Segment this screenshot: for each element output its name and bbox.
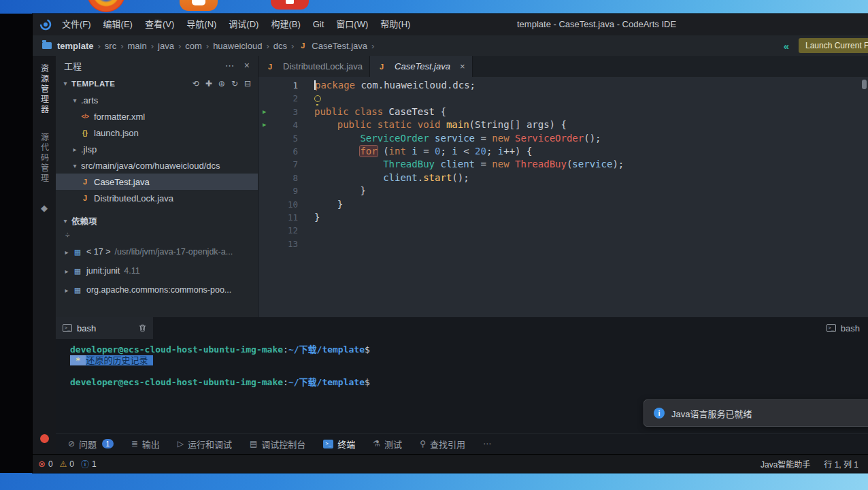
record-icon[interactable] xyxy=(40,434,49,443)
terminal-list-item-bash[interactable]: bash xyxy=(827,317,868,339)
menu-item[interactable]: 导航(N) xyxy=(180,14,222,35)
panel-tab-more[interactable]: ⋯ xyxy=(483,439,491,448)
tree-item[interactable]: JDistributedLock.java xyxy=(56,190,258,206)
error-count-value: 0 xyxy=(48,459,53,469)
java-assistant-status[interactable]: Java智能助手 xyxy=(761,458,810,470)
gutter: 1 xyxy=(258,79,298,92)
tree-root[interactable]: ▾TEMPLATE⟲✚⊕↻⊟ xyxy=(56,75,258,92)
panel-tab-problems[interactable]: ⊘问题1 xyxy=(68,438,114,451)
dock-icon-browser[interactable] xyxy=(87,0,125,12)
panel-tab-debug-console[interactable]: ▤调试控制台 xyxy=(250,438,305,451)
menu-item[interactable]: 调试(D) xyxy=(222,14,265,35)
code-line[interactable]: 10 } xyxy=(258,198,868,211)
breadcrumb-item-file[interactable]: CaseTest.java xyxy=(312,41,367,51)
terminal-line: developer@ecs-cloud-host-ubuntu-img-make… xyxy=(70,377,868,388)
code-token: (); xyxy=(584,133,601,144)
terminal-tab-bash[interactable]: bash xyxy=(56,317,153,339)
error-count[interactable]: 0 xyxy=(38,459,53,469)
panel-tab-label: 查找引用 xyxy=(430,438,465,451)
terminal-output[interactable]: developer@ecs-cloud-host-ubuntu-img-make… xyxy=(56,339,868,388)
code-line[interactable]: 1package com.huaweicloud.dcs; xyxy=(258,79,868,92)
breadcrumb-item[interactable]: src xyxy=(105,41,116,51)
info-count[interactable]: 1 xyxy=(81,458,97,470)
code-line[interactable]: ▶3public class CaseTest { xyxy=(258,105,868,118)
new-file-icon[interactable]: ✚ xyxy=(205,79,212,88)
panel-tab-terminal[interactable]: 终端 xyxy=(323,438,355,451)
line-number: 13 xyxy=(269,238,298,250)
breadcrumb-item[interactable]: main xyxy=(128,41,147,51)
tree-item[interactable]: </>formatter.xml xyxy=(56,108,258,125)
tree-item[interactable]: ▾.arts xyxy=(56,92,258,108)
trash-icon[interactable] xyxy=(139,324,146,332)
panel-tab-run-debug[interactable]: ▷运行和调试 xyxy=(178,438,232,451)
explorer-sidebar: 工程 ⋯× ▾TEMPLATE⟲✚⊕↻⊟▾.arts</>formatter.x… xyxy=(56,56,258,317)
ide-window: 文件(F)编辑(E)查看(V)导航(N)调试(D)构建(B)Git窗口(W)帮助… xyxy=(33,14,868,473)
launch-current-file-button[interactable]: Launch Current F xyxy=(799,38,868,53)
code-line[interactable]: ▶4 public static void main(String[] args… xyxy=(258,118,868,131)
menu-item[interactable]: 构建(B) xyxy=(265,14,306,35)
editor-scrollbar[interactable] xyxy=(862,80,867,89)
more-icon[interactable]: ⋯ xyxy=(225,60,235,71)
cursor-position[interactable]: 行 1, 列 1 xyxy=(824,458,858,470)
code-line[interactable]: 5 ServiceOrder service = new ServiceOrde… xyxy=(258,132,868,145)
tree-item[interactable]: {}launch.json xyxy=(56,125,258,141)
code-token xyxy=(510,159,515,169)
breadcrumb-item[interactable]: java xyxy=(158,41,174,51)
menu-item[interactable]: 查看(V) xyxy=(139,14,180,35)
collapse-icon[interactable]: « xyxy=(784,40,789,52)
code-token: ); xyxy=(612,159,624,169)
panel-tab-references[interactable]: ⚲查找引用 xyxy=(420,438,465,451)
dependencies-tool-icon[interactable]: ÷ xyxy=(56,229,258,242)
dependency-item[interactable]: ▸▦< 17 >/usr/lib/jvm/java-17-openjdk-a..… xyxy=(56,242,258,261)
dependencies-header[interactable]: ▾依赖项 xyxy=(56,212,258,229)
warning-count[interactable]: 0 xyxy=(60,459,74,469)
editor-tab[interactable]: JCaseTest.java× xyxy=(370,56,473,77)
sync-icon[interactable]: ⟲ xyxy=(193,79,199,88)
menu-item[interactable]: 文件(F) xyxy=(56,14,97,35)
close-icon[interactable]: × xyxy=(244,60,250,71)
codearts-logo-icon[interactable] xyxy=(39,18,52,31)
tree-item[interactable]: ▾src/main/java/com/huaweicloud/dcs xyxy=(56,157,258,174)
refresh-icon[interactable]: ↻ xyxy=(231,79,238,88)
code-line[interactable]: 13 xyxy=(258,238,868,250)
code-line[interactable]: 11} xyxy=(258,211,868,224)
line-number: 5 xyxy=(269,132,298,145)
chevron-closed-icon: ▸ xyxy=(71,146,79,153)
code-line[interactable]: 8 client.start(); xyxy=(258,172,868,184)
notification-toast[interactable]: Java语言服务已就绪 xyxy=(644,399,868,427)
tree-item[interactable]: ▸.jlsp xyxy=(56,141,258,157)
extensions-icon[interactable] xyxy=(41,201,48,214)
dependency-item[interactable]: ▸▦junit:junit4.11 xyxy=(56,261,258,280)
dock-icon-store[interactable] xyxy=(180,0,218,11)
panel-tab-output[interactable]: ≣输出 xyxy=(131,438,160,451)
breadcrumb-item[interactable]: dcs xyxy=(273,41,287,51)
dependency-item[interactable]: ▸▦org.apache.commons:commons-poo... xyxy=(56,280,258,299)
editor-tab[interactable]: JDistributedLock.java xyxy=(258,56,370,77)
lightbulb-icon[interactable] xyxy=(314,95,321,102)
activity-item-scm[interactable]: 源代码管理 xyxy=(39,133,50,186)
code-line[interactable]: 7 ThreadBuy client = new ThreadBuy(servi… xyxy=(258,158,868,171)
code-editor[interactable]: 1package com.huaweicloud.dcs;2▶3public c… xyxy=(258,77,868,317)
code-line[interactable]: 2 xyxy=(258,92,868,105)
close-icon[interactable]: × xyxy=(460,61,465,71)
menu-item[interactable]: 窗口(W) xyxy=(330,14,374,35)
run-icon[interactable]: ▶ xyxy=(258,118,269,131)
new-folder-icon[interactable]: ⊕ xyxy=(218,79,225,88)
menu-item[interactable]: 帮助(H) xyxy=(374,14,416,35)
panel-tab-test[interactable]: ⚗测试 xyxy=(373,438,402,451)
code-line[interactable]: 6 for (int i = 0; i < 20; i++) { xyxy=(258,145,868,158)
breadcrumb-item[interactable]: template xyxy=(57,41,93,51)
run-icon[interactable]: ▶ xyxy=(258,105,269,118)
breadcrumb-item[interactable]: com xyxy=(185,41,202,51)
collapse-all-icon[interactable]: ⊟ xyxy=(244,79,251,88)
menu-item[interactable]: Git xyxy=(307,14,331,35)
code-line[interactable]: 9 } xyxy=(258,184,868,197)
breadcrumb-item[interactable]: huaweicloud xyxy=(213,41,262,51)
code-token xyxy=(383,106,388,117)
dock-icon-app[interactable] xyxy=(271,0,309,10)
code-line[interactable]: 12 xyxy=(258,224,868,237)
activity-item-explorer[interactable]: 资源管理器 xyxy=(39,64,50,118)
code-token: = xyxy=(475,159,492,169)
menu-item[interactable]: 编辑(E) xyxy=(97,14,139,35)
tree-item[interactable]: JCaseTest.java xyxy=(56,174,258,190)
